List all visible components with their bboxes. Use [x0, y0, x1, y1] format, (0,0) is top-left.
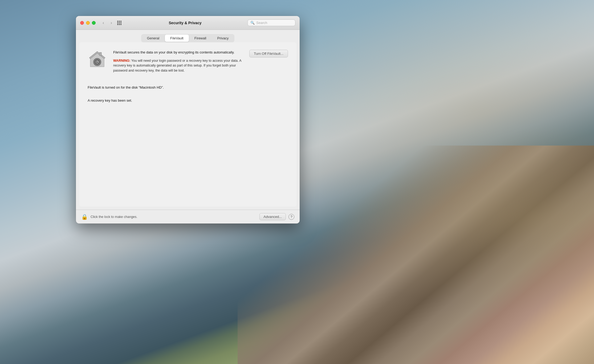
filevault-header: FileVault secures the data on your disk … — [88, 50, 288, 73]
system-preferences-window: ‹ › Security & Privacy 🔍 General FileVau… — [76, 16, 300, 224]
bottom-right-controls: Advanced... ? — [259, 213, 294, 220]
grid-icon — [117, 21, 121, 25]
filevault-icon — [88, 50, 107, 69]
window-title: Security & Privacy — [123, 21, 247, 25]
maximize-button[interactable] — [92, 21, 96, 25]
forward-button[interactable]: › — [108, 19, 115, 26]
tab-general[interactable]: General — [142, 35, 165, 42]
minimize-button[interactable] — [86, 21, 90, 25]
search-icon: 🔍 — [250, 21, 255, 25]
title-bar: ‹ › Security & Privacy 🔍 — [76, 16, 300, 30]
lock-text: Click the lock to make changes. — [91, 215, 137, 219]
header-text: FileVault secures the data on your disk … — [113, 50, 243, 73]
close-button[interactable] — [80, 21, 84, 25]
advanced-button[interactable]: Advanced... — [259, 213, 286, 220]
search-input[interactable] — [256, 21, 292, 25]
recovery-key-text: A recovery key has been set. — [88, 98, 288, 102]
svg-rect-2 — [99, 52, 101, 56]
tab-firewall[interactable]: Firewall — [189, 35, 212, 42]
show-all-button[interactable] — [116, 19, 123, 26]
content-area: FileVault secures the data on your disk … — [79, 42, 296, 206]
tabs-area: General FileVault Firewall Privacy — [76, 30, 300, 42]
help-button[interactable]: ? — [288, 214, 294, 220]
lock-area[interactable]: 🔒 Click the lock to make changes. — [81, 214, 259, 220]
filevault-status-text: FileVault is turned on for the disk “Mac… — [88, 85, 288, 90]
warning-text: WARNING: You will need your login passwo… — [113, 58, 243, 73]
warning-label: WARNING: — [113, 59, 131, 63]
filevault-description: FileVault secures the data on your disk … — [113, 50, 243, 55]
turn-off-filevault-button[interactable]: Turn Off FileVault... — [249, 50, 288, 57]
search-box[interactable]: 🔍 — [247, 19, 295, 26]
back-button[interactable]: ‹ — [100, 19, 107, 26]
tab-filevault[interactable]: FileVault — [165, 35, 189, 42]
tab-bar: General FileVault Firewall Privacy — [141, 34, 234, 42]
nav-buttons: ‹ › — [100, 19, 115, 26]
bottom-bar: 🔒 Click the lock to make changes. Advanc… — [76, 210, 300, 224]
traffic-lights — [80, 21, 96, 25]
warning-body: You will need your login password or a r… — [113, 59, 241, 73]
tab-privacy[interactable]: Privacy — [212, 35, 234, 42]
lock-icon: 🔒 — [81, 214, 88, 220]
